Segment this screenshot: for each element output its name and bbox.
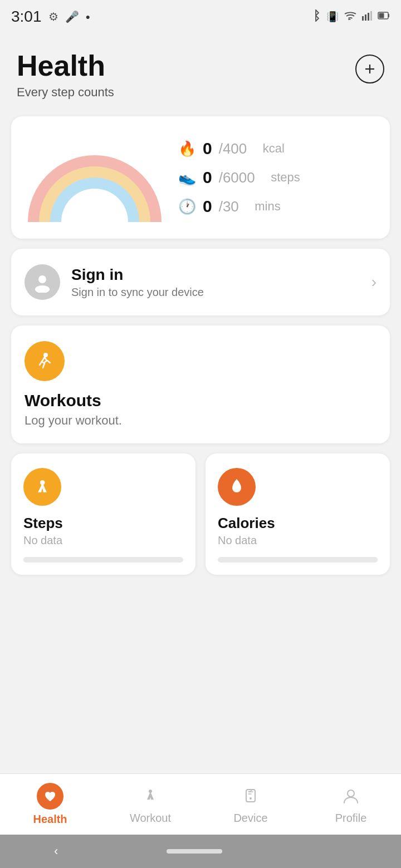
health-label: Health xyxy=(33,813,67,826)
steps-no-data: No data xyxy=(23,534,183,547)
wifi-icon xyxy=(344,11,356,23)
minutes-unit: mins xyxy=(255,199,280,214)
status-time: 3:01 xyxy=(11,8,42,26)
vibrate-icon: 📳 xyxy=(326,11,339,23)
gear-icon: ⚙ xyxy=(48,10,58,23)
metrics-row: Steps No data Calories No data xyxy=(11,453,390,575)
steps-goal: /6000 xyxy=(219,169,255,186)
profile-nav-icon xyxy=(339,784,363,808)
calories-stat: 🔥 0/400 kcal xyxy=(178,139,373,158)
signin-card[interactable]: Sign in Sign in to sync your device › xyxy=(11,249,390,315)
steps-bar xyxy=(23,557,183,563)
calories-card[interactable]: Calories No data xyxy=(206,453,390,575)
avatar xyxy=(25,264,60,300)
steps-icon-circle xyxy=(23,468,61,506)
home-pill[interactable] xyxy=(167,849,222,854)
dot-icon: ● xyxy=(86,12,90,21)
steps-current: 0 xyxy=(203,168,212,187)
page-header: Health Every step counts xyxy=(0,33,401,111)
flame-icon: 🔥 xyxy=(178,140,196,157)
svg-rect-6 xyxy=(379,13,384,18)
system-nav-bar: ‹ xyxy=(0,835,401,868)
steps-unit: steps xyxy=(271,170,300,185)
page-title: Health xyxy=(17,50,114,82)
steps-title: Steps xyxy=(23,515,183,532)
calories-unit: kcal xyxy=(263,141,285,156)
device-nav-icon xyxy=(238,784,263,808)
svg-point-9 xyxy=(38,275,46,283)
svg-point-11 xyxy=(43,353,48,357)
minutes-current: 0 xyxy=(203,197,212,216)
svg-rect-1 xyxy=(365,14,366,21)
calories-icon-circle xyxy=(218,468,256,506)
add-button[interactable] xyxy=(355,55,384,83)
calories-current: 0 xyxy=(203,139,212,158)
stats-info: 🔥 0/400 kcal 👟 0/6000 steps 🕐 0/30 mins xyxy=(178,139,373,216)
steps-stat: 👟 0/6000 steps xyxy=(178,168,373,187)
nav-item-workout[interactable]: Workout xyxy=(100,784,200,825)
svg-rect-3 xyxy=(370,11,372,21)
battery-icon xyxy=(378,11,390,23)
calories-bar xyxy=(218,557,378,563)
svg-point-14 xyxy=(348,790,354,797)
mic-icon: 🎤 xyxy=(65,10,79,23)
svg-rect-2 xyxy=(368,13,369,21)
nav-item-device[interactable]: Device xyxy=(200,784,301,825)
chevron-right-icon: › xyxy=(371,273,376,291)
svg-rect-5 xyxy=(388,14,389,17)
calories-no-data: No data xyxy=(218,534,378,547)
status-bar: 3:01 ⚙ 🎤 ● 📳 xyxy=(0,0,401,33)
rainbow-visual xyxy=(22,133,167,222)
workouts-subtitle: Log your workout. xyxy=(25,413,376,428)
nav-item-profile[interactable]: Profile xyxy=(301,784,401,825)
health-active-icon xyxy=(37,783,63,810)
bluetooth-icon xyxy=(311,9,321,24)
signin-subtitle: Sign in to sync your device xyxy=(71,286,360,299)
workouts-title: Workouts xyxy=(25,391,376,410)
svg-point-10 xyxy=(35,285,50,293)
stats-card: 🔥 0/400 kcal 👟 0/6000 steps 🕐 0/30 mins xyxy=(11,116,390,239)
signin-title: Sign in xyxy=(71,266,360,284)
minutes-stat: 🕐 0/30 mins xyxy=(178,197,373,216)
signin-text: Sign in Sign in to sync your device xyxy=(71,266,360,299)
workout-label: Workout xyxy=(130,812,171,825)
workout-icon-circle xyxy=(25,341,65,381)
nav-item-health[interactable]: Health xyxy=(0,783,100,826)
minutes-goal: /30 xyxy=(219,198,239,215)
signal-icon xyxy=(362,11,372,23)
svg-point-13 xyxy=(250,797,252,800)
profile-label: Profile xyxy=(335,812,367,825)
page-subtitle: Every step counts xyxy=(17,85,114,100)
clock-icon: 🕐 xyxy=(178,198,196,215)
calories-title: Calories xyxy=(218,515,378,532)
bottom-nav: Health Workout Device P xyxy=(0,773,401,835)
workout-nav-icon xyxy=(138,784,163,808)
shoe-icon: 👟 xyxy=(178,169,196,186)
back-button[interactable]: ‹ xyxy=(54,844,58,859)
device-label: Device xyxy=(233,812,267,825)
steps-card[interactable]: Steps No data xyxy=(11,453,195,575)
calories-goal: /400 xyxy=(219,140,247,157)
main-content: 🔥 0/400 kcal 👟 0/6000 steps 🕐 0/30 mins … xyxy=(0,111,401,575)
svg-rect-0 xyxy=(362,16,364,21)
workouts-card[interactable]: Workouts Log your workout. xyxy=(11,326,390,443)
